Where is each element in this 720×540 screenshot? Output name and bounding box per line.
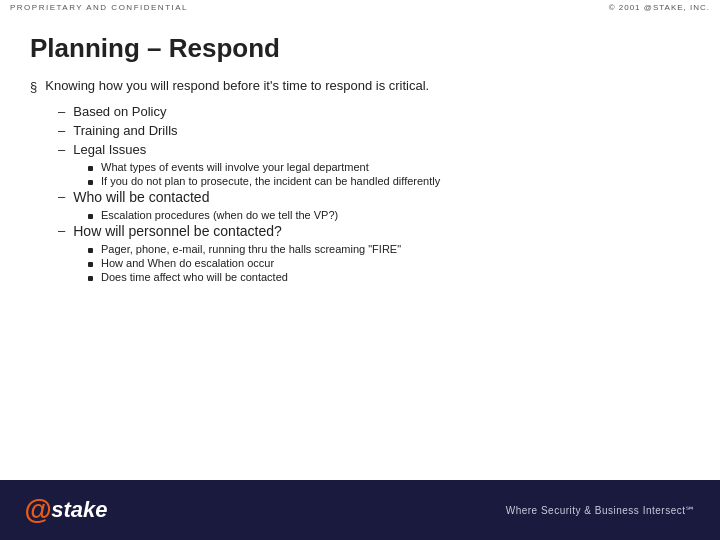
l3-item: What types of events will involve your l… xyxy=(88,161,690,173)
l3-text: Pager, phone, e-mail, running thru the h… xyxy=(101,243,401,255)
l3-item: How and When do escalation occur xyxy=(88,257,690,269)
l2-dash: – xyxy=(58,142,65,157)
l3-item: Pager, phone, e-mail, running thru the h… xyxy=(88,243,690,255)
l3-text: If you do not plan to prosecute, the inc… xyxy=(101,175,440,187)
l3-text: How and When do escalation occur xyxy=(101,257,274,269)
l2-item-how: – How will personnel be contacted? xyxy=(58,223,690,239)
l1-text: Knowing how you will respond before it's… xyxy=(45,78,429,93)
l3-bullet-icon xyxy=(88,276,93,281)
top-bar-right: © 2001 @STAKE, INC. xyxy=(609,3,710,12)
l2-block-legal: – Legal Issues What types of events will… xyxy=(58,142,690,187)
l3-item: If you do not plan to prosecute, the inc… xyxy=(88,175,690,187)
l2-text-legal: Legal Issues xyxy=(73,142,146,157)
l3-item: Does time affect who will be contacted xyxy=(88,271,690,283)
l2-dash: – xyxy=(58,189,65,204)
page-title: Planning – Respond xyxy=(30,33,690,64)
l2-item-training: – Training and Drills xyxy=(58,123,690,138)
l2-block-who: – Who will be contacted Escalation proce… xyxy=(58,189,690,221)
l3-bullet-icon xyxy=(88,262,93,267)
top-bar-left: PROPRIETARY AND CONFIDENTIAL xyxy=(10,3,188,12)
l3-text: What types of events will involve your l… xyxy=(101,161,369,173)
l2-item-who: – Who will be contacted xyxy=(58,189,690,205)
l1-item: § Knowing how you will respond before it… xyxy=(30,78,690,94)
l3-bullet-icon xyxy=(88,214,93,219)
l2-list: – Based on Policy – Training and Drills … xyxy=(58,104,690,283)
footer-logo-stake: stake xyxy=(51,497,107,523)
l3-list-who: Escalation procedures (when do we tell t… xyxy=(88,209,690,221)
l2-block-how: – How will personnel be contacted? Pager… xyxy=(58,223,690,283)
l2-dash: – xyxy=(58,123,65,138)
l2-dash: – xyxy=(58,104,65,119)
l2-item-legal: – Legal Issues xyxy=(58,142,690,157)
l3-text: Escalation procedures (when do we tell t… xyxy=(101,209,338,221)
footer-tagline: Where Security & Business Intersect℠ xyxy=(506,505,696,516)
footer-logo-at: @ xyxy=(24,494,51,526)
l3-bullet-icon xyxy=(88,248,93,253)
l2-dash: – xyxy=(58,223,65,238)
l3-list-how: Pager, phone, e-mail, running thru the h… xyxy=(88,243,690,283)
l3-bullet-icon xyxy=(88,166,93,171)
main-content: Planning – Respond § Knowing how you wil… xyxy=(0,15,720,295)
l2-text-based-on-policy: Based on Policy xyxy=(73,104,166,119)
l3-bullet-icon xyxy=(88,180,93,185)
l1-bullet: § xyxy=(30,79,37,94)
footer-logo: @ stake xyxy=(24,494,108,526)
l3-list-legal: What types of events will involve your l… xyxy=(88,161,690,187)
footer: @ stake Where Security & Business Inters… xyxy=(0,480,720,540)
l2-text-who: Who will be contacted xyxy=(73,189,209,205)
top-bar: PROPRIETARY AND CONFIDENTIAL © 2001 @STA… xyxy=(0,0,720,15)
l3-text: Does time affect who will be contacted xyxy=(101,271,288,283)
l3-item: Escalation procedures (when do we tell t… xyxy=(88,209,690,221)
l2-text-how: How will personnel be contacted? xyxy=(73,223,282,239)
l2-item-based-on-policy: – Based on Policy xyxy=(58,104,690,119)
l2-text-training: Training and Drills xyxy=(73,123,177,138)
